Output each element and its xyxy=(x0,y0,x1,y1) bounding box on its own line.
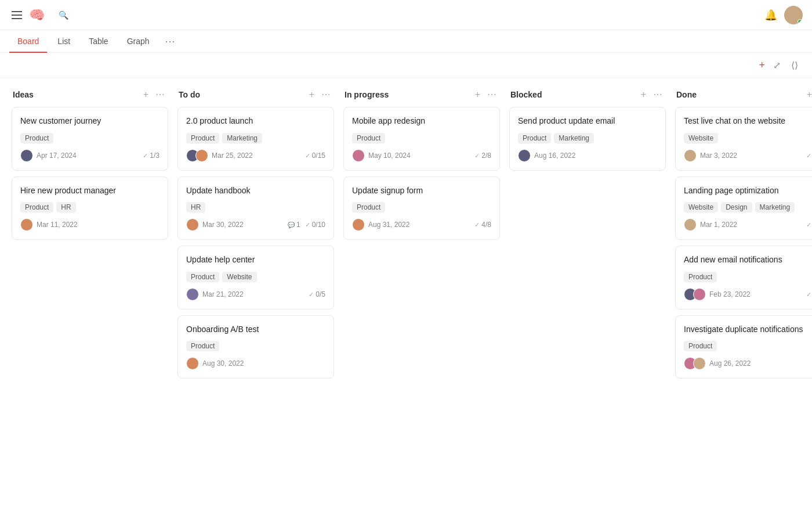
card-avatars-c5 xyxy=(186,288,199,301)
search-bar[interactable]: 🔍 xyxy=(53,7,78,23)
card-footer-c4: Mar 30, 202210/10 xyxy=(186,218,325,231)
card-stats-c12: 5/5 xyxy=(806,290,812,298)
tag-marketing[interactable]: Marketing xyxy=(554,133,594,143)
card-footer-c3: Mar 25, 20220/15 xyxy=(186,149,325,162)
collapse-button[interactable]: ⟨⟩ xyxy=(789,59,800,72)
card-date-c6: Aug 30, 2022 xyxy=(202,359,244,368)
tag-website[interactable]: Website xyxy=(684,133,718,143)
tag-product[interactable]: Product xyxy=(186,341,219,351)
check-icon xyxy=(806,221,811,229)
tag-design[interactable]: Design xyxy=(721,202,752,212)
tag-product[interactable]: Product xyxy=(352,202,385,212)
avatar xyxy=(352,149,365,162)
card-c6[interactable]: Onboarding A/B testProductAug 30, 2022 xyxy=(177,315,334,379)
avatar xyxy=(693,288,706,301)
column-actions-blocked: +⋯ xyxy=(639,88,665,101)
card-c3[interactable]: 2.0 product launchProductMarketingMar 25… xyxy=(177,107,334,171)
check-number: 4/8 xyxy=(481,221,491,229)
tag-website[interactable]: Website xyxy=(684,202,718,212)
column-more-button-blocked[interactable]: ⋯ xyxy=(651,88,665,101)
tag-website[interactable]: Website xyxy=(222,272,256,282)
app-header: 🧠 🔍 🔔 xyxy=(0,0,812,30)
card-avatars-c8 xyxy=(352,218,365,231)
check-number: 0/10 xyxy=(312,221,325,229)
card-tags-c10: Website xyxy=(684,133,812,143)
card-date-c11: Mar 1, 2022 xyxy=(700,221,737,229)
card-meta-c12: Feb 23, 2022 xyxy=(684,288,751,301)
tag-product[interactable]: Product xyxy=(684,341,717,351)
tab-board[interactable]: Board xyxy=(9,31,47,53)
card-avatars-c4 xyxy=(186,218,199,231)
card-title-c8: Update signup form xyxy=(352,185,491,197)
card-avatars-c12 xyxy=(684,288,706,301)
card-date-c4: Mar 30, 2022 xyxy=(202,221,244,229)
tag-product[interactable]: Product xyxy=(186,133,219,143)
notification-bell[interactable]: 🔔 xyxy=(764,9,777,21)
card-footer-c6: Aug 30, 2022 xyxy=(186,357,325,370)
card-tags-c2: ProductHR xyxy=(20,202,160,212)
tag-hr[interactable]: HR xyxy=(56,202,75,212)
app-logo[interactable]: 🧠 xyxy=(29,8,48,23)
tag-product[interactable]: Product xyxy=(518,133,551,143)
tab-table[interactable]: Table xyxy=(81,31,116,53)
add-card-button-inprogress[interactable]: + xyxy=(473,88,483,101)
column-header-done: Done+⋯ xyxy=(675,88,812,101)
column-actions-done: +⋯ xyxy=(804,88,812,101)
brain-icon: 🧠 xyxy=(29,8,45,23)
expand-button[interactable]: ⤢ xyxy=(771,59,783,72)
card-footer-c2: Mar 11, 2022 xyxy=(20,218,160,231)
card-meta-c9: Aug 16, 2022 xyxy=(518,149,575,162)
avatar xyxy=(518,149,531,162)
tag-hr[interactable]: HR xyxy=(186,202,205,212)
hamburger-menu[interactable] xyxy=(9,9,24,21)
card-c13[interactable]: Investigate duplicate notificationsProdu… xyxy=(675,315,812,379)
tag-product[interactable]: Product xyxy=(352,133,385,143)
add-card-button-ideas[interactable]: + xyxy=(141,88,151,101)
column-title-blocked: Blocked xyxy=(510,90,542,99)
header-left: 🧠 🔍 xyxy=(9,7,757,23)
add-card-button-done[interactable]: + xyxy=(804,88,812,101)
card-c1[interactable]: New customer journeyProductApr 17, 20241… xyxy=(12,107,168,171)
card-avatars-c6 xyxy=(186,357,199,370)
avatar xyxy=(693,357,706,370)
tab-graph[interactable]: Graph xyxy=(119,31,158,53)
column-more-button-ideas[interactable]: ⋯ xyxy=(153,88,167,101)
add-column-button[interactable]: + xyxy=(759,59,765,71)
avatar xyxy=(186,288,199,301)
card-date-c10: Mar 3, 2022 xyxy=(700,152,737,160)
column-inprogress: In progress+⋯Mobile app redesignProductM… xyxy=(343,88,500,246)
tag-product[interactable]: Product xyxy=(20,202,53,212)
avatar xyxy=(186,218,199,231)
card-c2[interactable]: Hire new product managerProductHRMar 11,… xyxy=(12,176,168,240)
card-c10[interactable]: Test live chat on the websiteWebsiteMar … xyxy=(675,107,812,171)
add-card-button-todo[interactable]: + xyxy=(307,88,317,101)
tag-marketing[interactable]: Marketing xyxy=(222,133,262,143)
tab-list[interactable]: List xyxy=(49,31,78,53)
card-title-c5: Update help center xyxy=(186,254,325,266)
card-c12[interactable]: Add new email notificationsProductFeb 23… xyxy=(675,246,812,309)
card-title-c6: Onboarding A/B test xyxy=(186,324,325,336)
column-more-button-todo[interactable]: ⋯ xyxy=(319,88,333,101)
tag-product[interactable]: Product xyxy=(186,272,219,282)
column-more-button-inprogress[interactable]: ⋯ xyxy=(485,88,499,101)
tag-product[interactable]: Product xyxy=(684,272,717,282)
card-c9[interactable]: Send product update emailProductMarketin… xyxy=(509,107,666,171)
user-avatar[interactable] xyxy=(784,6,803,24)
add-card-button-blocked[interactable]: + xyxy=(639,88,648,101)
card-footer-c13: Aug 26, 2022 xyxy=(684,357,812,370)
card-date-c8: Aug 31, 2022 xyxy=(368,221,409,229)
card-footer-c12: Feb 23, 20225/5 xyxy=(684,288,812,301)
card-c7[interactable]: Mobile app redesignProductMay 10, 20242/… xyxy=(343,107,500,171)
comment-count: 1 xyxy=(288,221,300,229)
card-c4[interactable]: Update handbookHRMar 30, 202210/10 xyxy=(177,176,334,240)
check-count: 5/5 xyxy=(806,290,812,298)
card-title-c1: New customer journey xyxy=(20,116,160,127)
card-c8[interactable]: Update signup formProductAug 31, 20224/8 xyxy=(343,176,500,240)
tabs-more-menu[interactable]: ⋯ xyxy=(160,30,180,52)
card-meta-c8: Aug 31, 2022 xyxy=(352,218,409,231)
tag-marketing[interactable]: Marketing xyxy=(755,202,795,212)
tag-product[interactable]: Product xyxy=(20,133,53,143)
card-c5[interactable]: Update help centerProductWebsiteMar 21, … xyxy=(177,246,334,309)
check-icon xyxy=(309,290,314,298)
card-c11[interactable]: Landing page optimizationWebsiteDesignMa… xyxy=(675,176,812,240)
